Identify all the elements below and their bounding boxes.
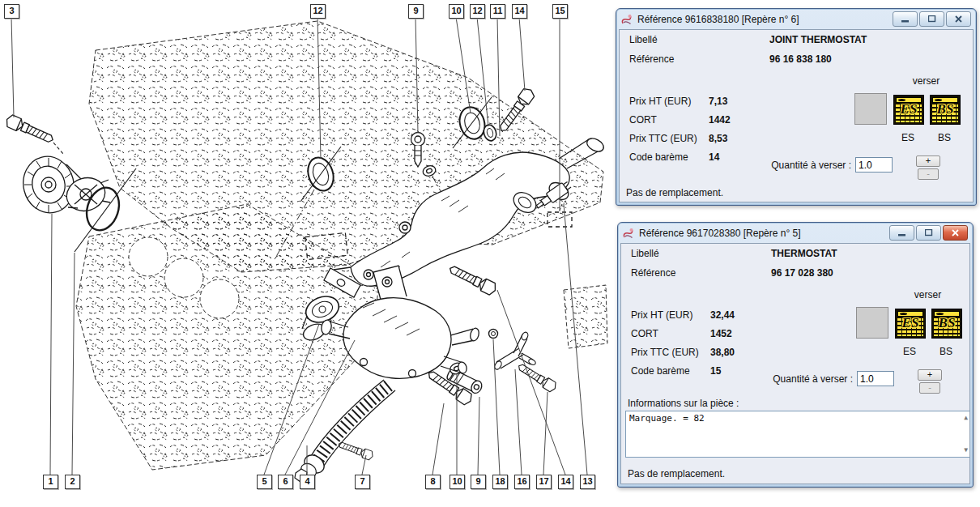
titlebar[interactable]: Référence 9616838180 [Repère n° 6] (619, 9, 974, 29)
titlebar[interactable]: Référence 9617028380 [Repère n° 5] (620, 223, 970, 243)
callout-7[interactable]: 7 (355, 475, 370, 489)
libelle-label: Libellé (631, 248, 659, 259)
price-ht-value: 32,44 (710, 309, 735, 321)
callout-9[interactable]: 9 (471, 475, 486, 489)
verser-bs-button[interactable]: BS (931, 309, 962, 339)
callout-16[interactable]: 16 (514, 475, 530, 489)
part-image-placeholder (856, 307, 888, 339)
quantity-plus-button[interactable]: + (916, 156, 940, 167)
scroll-up-icon[interactable]: ▲ (964, 415, 968, 421)
part-info-text: Marquage. = 82 (629, 413, 705, 424)
quantity-plus-button[interactable]: + (918, 369, 942, 381)
callout-15[interactable]: 15 (552, 4, 568, 19)
quantity-minus-button[interactable]: - (918, 168, 939, 180)
cort-label: CORT (629, 114, 657, 126)
window-title: Référence 9616838180 [Repère n° 6] (637, 14, 888, 25)
libelle-value: JOINT THERMOSTAT (769, 34, 867, 45)
quantity-label: Quantité à verser : (741, 160, 851, 171)
es-icon-letters: ES (896, 315, 925, 331)
callout-18[interactable]: 18 (492, 475, 508, 489)
libelle-label: Libellé (629, 34, 658, 45)
quantity-input[interactable] (855, 157, 893, 173)
es-label: ES (895, 346, 924, 357)
price-ttc-label: Prix TTC (EUR) (629, 133, 697, 144)
part-info-label: Informations sur la pièce : (628, 398, 739, 409)
bs-label: BS (930, 132, 959, 143)
bareme-label: Code barème (631, 365, 690, 377)
callout-5[interactable]: 5 (257, 475, 272, 489)
bareme-label: Code barème (629, 151, 688, 163)
quantity-input[interactable] (857, 371, 894, 386)
callout-9[interactable]: 9 (408, 4, 424, 19)
reference-value: 96 16 838 180 (769, 53, 832, 65)
bs-icon-letters: BS (931, 101, 960, 117)
scroll-down-icon[interactable]: ▼ (964, 447, 968, 454)
reference-label: Référence (629, 53, 674, 65)
callout-6[interactable]: 6 (278, 475, 293, 489)
cort-label: CORT (631, 328, 658, 339)
price-ht-label: Prix HT (EUR) (631, 309, 692, 321)
maximize-button[interactable] (916, 225, 941, 241)
reference-value: 96 17 028 380 (771, 267, 833, 279)
callout-10[interactable]: 10 (449, 4, 464, 19)
libelle-value: THERMOSTAT (771, 248, 837, 259)
callout-2[interactable]: 2 (65, 475, 80, 489)
close-button[interactable] (946, 11, 971, 27)
quantity-label: Quantité à verser : (743, 373, 853, 385)
callout-12[interactable]: 12 (470, 4, 485, 19)
window-content: Libellé THERMOSTAT Référence 96 17 028 3… (620, 243, 970, 484)
price-ht-label: Prix HT (EUR) (629, 96, 691, 107)
no-replacement-text: Pas de remplacement. (626, 187, 723, 198)
callout-17[interactable]: 17 (536, 475, 552, 489)
callout-leader-lines (0, 0, 611, 507)
price-ht-value: 7,13 (709, 96, 727, 107)
bs-label: BS (931, 346, 961, 357)
bareme-value: 14 (709, 151, 719, 163)
reference-label: Référence (631, 267, 675, 279)
verser-es-button[interactable]: ES (893, 95, 924, 125)
cort-value: 1452 (710, 328, 732, 339)
callout-4[interactable]: 4 (300, 475, 315, 489)
part-image-placeholder (854, 93, 887, 125)
bareme-value: 15 (710, 365, 721, 377)
callout-8[interactable]: 8 (425, 475, 441, 489)
quantity-minus-button[interactable]: - (919, 382, 940, 394)
java-app-icon (620, 13, 633, 26)
minimize-button[interactable] (889, 225, 914, 241)
callout-12[interactable]: 12 (310, 4, 326, 19)
cort-value: 1442 (709, 114, 731, 126)
window-reference-9617028380: Référence 9617028380 [Repère n° 5] Libel… (617, 222, 974, 488)
java-app-icon (622, 227, 635, 240)
es-label: ES (893, 132, 922, 143)
part-info-textarea[interactable]: Marquage. = 82 ▲ ▼ (625, 411, 970, 458)
verser-header: verser (893, 75, 959, 87)
es-icon-letters: ES (894, 101, 923, 117)
price-ttc-label: Prix TTC (EUR) (631, 347, 699, 358)
price-ttc-value: 38,80 (710, 347, 735, 358)
callout-11[interactable]: 11 (490, 4, 505, 19)
callout-14[interactable]: 14 (558, 475, 573, 489)
minimize-button[interactable] (893, 11, 918, 27)
callout-1[interactable]: 1 (43, 475, 58, 489)
window-title: Référence 9617028380 [Repère n° 5] (639, 228, 885, 239)
callout-10[interactable]: 10 (450, 475, 465, 489)
parts-catalog-screen: 3129101211141512564781091816171413 Référ… (0, 0, 980, 507)
callout-13[interactable]: 13 (580, 475, 595, 489)
price-ttc-value: 8,53 (709, 133, 727, 144)
engine-exploded-diagram: 3129101211141512564781091816171413 (0, 0, 611, 507)
callout-14[interactable]: 14 (512, 4, 527, 19)
bs-icon-letters: BS (932, 315, 961, 331)
callout-3[interactable]: 3 (4, 4, 19, 19)
window-reference-9616838180: Référence 9616838180 [Repère n° 6] Libel… (616, 8, 977, 206)
maximize-button[interactable] (919, 11, 944, 27)
verser-bs-button[interactable]: BS (930, 95, 961, 125)
verser-es-button[interactable]: ES (895, 309, 926, 339)
close-button[interactable] (943, 225, 968, 241)
verser-header: verser (895, 289, 961, 300)
no-replacement-text: Pas de remplacement. (628, 468, 725, 479)
window-content: Libellé JOINT THERMOSTAT Référence 96 16… (619, 29, 974, 202)
